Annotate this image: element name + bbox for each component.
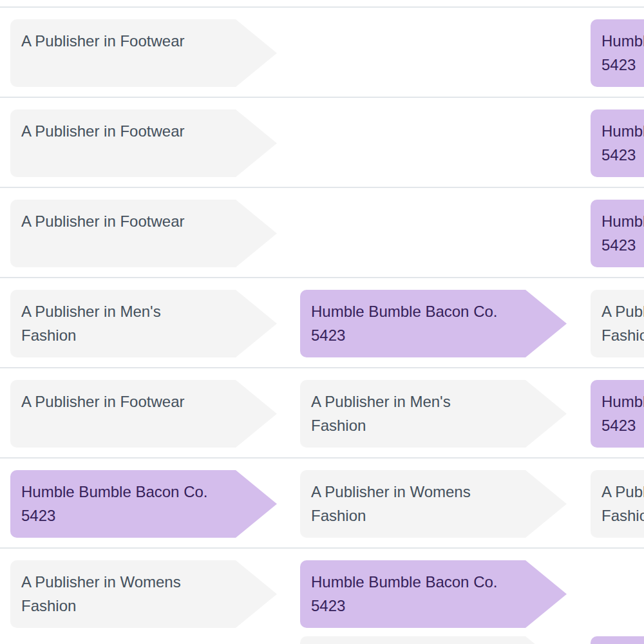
path-step-chip[interactable]: A Publisher in Womens Fashion <box>300 470 567 538</box>
path-step-line: A Publisher in Men's FashionHumble Bumbl… <box>0 290 644 357</box>
path-row: A Publisher in Men's FashionHumble Bumbl… <box>0 277 644 367</box>
path-step-label: Humble Bumble Bacon Co. 5423 <box>601 209 644 257</box>
path-step-label: A Publisher in Womens Fashion <box>21 570 209 618</box>
path-row: Humble Bumble Bacon Co. 5423A Publisher … <box>0 457 644 547</box>
path-step-label: A Publisher in Womens Fashion <box>311 480 499 527</box>
path-step-label: Humble Bumble Bacon Co. 5423 <box>311 570 499 618</box>
path-step-label: Humble Bumble Bacon Co. 5423 <box>601 29 644 77</box>
path-step-chip[interactable]: A Publisher in Men's Fashion <box>300 380 567 448</box>
path-row: A Publisher in FootwearHumble Bumble Bac… <box>0 97 644 187</box>
path-step-label: A Publisher in Footwear <box>21 390 209 413</box>
path-step-label: Humble Bumble Bacon Co. 5423 <box>601 390 644 437</box>
path-step-chip[interactable]: Humble Bumble Bacon Co. 5423 <box>10 470 277 538</box>
path-step-chip[interactable] <box>591 636 644 644</box>
path-step-chip[interactable]: A Publisher in Footwear <box>10 200 277 267</box>
path-step-chip[interactable]: A Publisher in Footwear <box>10 19 277 87</box>
path-step-label: A Publisher in Footwear <box>21 119 209 143</box>
path-step-label: A Publisher in Men's Fashion <box>601 480 644 527</box>
path-step-line: A Publisher in FootwearHumble Bumble Bac… <box>0 200 644 267</box>
path-row: A Publisher in Womens FashionHumble Bumb… <box>0 547 644 644</box>
path-row: A Publisher in FootwearHumble Bumble Bac… <box>0 6 644 97</box>
path-step-chip[interactable]: A Publisher in Womens Fashion <box>10 560 277 628</box>
path-row: A Publisher in FootwearA Publisher in Me… <box>0 367 644 457</box>
path-step-chip[interactable]: A Publisher in Womens Fashion <box>591 290 644 357</box>
path-step-label: A Publisher in Men's Fashion <box>311 390 499 437</box>
path-step-chip[interactable]: A Publisher in Footwear <box>10 380 277 448</box>
path-step-chip[interactable]: Humble Bumble Bacon Co. 5423 <box>591 200 644 267</box>
path-step-line: A Publisher in Womens FashionHumble Bumb… <box>0 560 644 628</box>
path-step-chip[interactable]: A Publisher in Men's Fashion <box>10 290 277 357</box>
path-step-line: A Publisher in FootwearA Publisher in Me… <box>0 380 644 448</box>
path-list-viewport: A Publisher in FootwearHumble Bumble Bac… <box>0 0 644 644</box>
path-row: A Publisher in FootwearHumble Bumble Bac… <box>0 187 644 277</box>
path-step-chip[interactable]: Humble Bumble Bacon Co. 5423 <box>300 290 567 357</box>
path-step-label: A Publisher in Footwear <box>21 29 209 53</box>
path-step-label: A Publisher in Men's Fashion <box>21 299 209 347</box>
path-step-line <box>0 636 644 644</box>
path-step-chip[interactable]: A Publisher in Men's Fashion <box>591 470 644 538</box>
path-step-line: A Publisher in FootwearHumble Bumble Bac… <box>0 19 644 87</box>
path-step-line: Humble Bumble Bacon Co. 5423A Publisher … <box>0 470 644 538</box>
path-step-label: Humble Bumble Bacon Co. 5423 <box>601 119 644 167</box>
path-rows: A Publisher in FootwearHumble Bumble Bac… <box>0 6 644 644</box>
path-step-label: A Publisher in Womens Fashion <box>601 299 644 347</box>
path-step-chip[interactable]: Humble Bumble Bacon Co. 5423 <box>591 380 644 448</box>
path-step-chip[interactable]: Humble Bumble Bacon Co. 5423 <box>591 109 644 177</box>
path-step-label: Humble Bumble Bacon Co. 5423 <box>21 480 209 527</box>
path-step-chip[interactable] <box>300 636 567 644</box>
path-step-chip[interactable]: Humble Bumble Bacon Co. 5423 <box>300 560 567 628</box>
path-step-chip[interactable]: Humble Bumble Bacon Co. 5423 <box>591 19 644 87</box>
path-step-chip[interactable]: A Publisher in Footwear <box>10 109 277 177</box>
path-step-line: A Publisher in FootwearHumble Bumble Bac… <box>0 109 644 177</box>
path-step-label: A Publisher in Footwear <box>21 209 209 233</box>
path-step-label: Humble Bumble Bacon Co. 5423 <box>311 299 499 347</box>
